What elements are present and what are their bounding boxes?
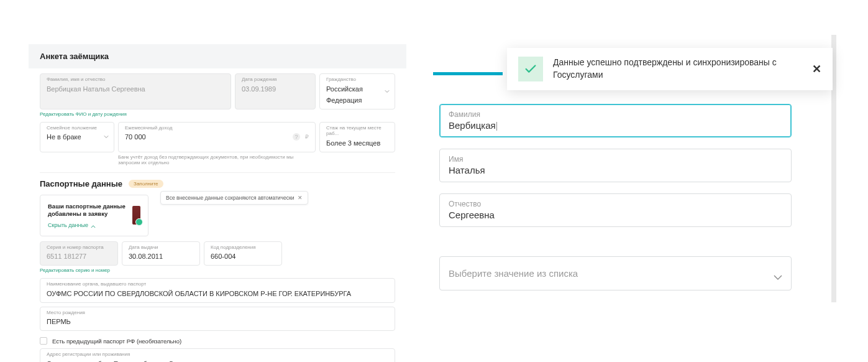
dept-code-field[interactable]: Код подразделения 660-004 — [204, 241, 282, 266]
issuer-value: ОУФМС РОССИИ ПО СВЕРДЛОВСКОЙ ОБЛАСТИ В К… — [47, 290, 351, 297]
dob-field: Дата рождения 03.09.1989 — [235, 73, 316, 109]
lastname-value: Вербицкая — [449, 120, 782, 131]
chevron-up-icon — [91, 223, 96, 226]
tenure-value: Более 3 месяцев — [326, 139, 380, 147]
dob-label: Дата рождения — [242, 77, 309, 83]
firstname-value: Наталья — [449, 165, 782, 175]
series-label: Серия и номер паспорта — [47, 244, 111, 251]
chevron-down-icon — [774, 271, 782, 276]
form-header: Анкета заёмщика — [29, 44, 406, 68]
close-icon[interactable]: ✕ — [298, 195, 303, 201]
form-title: Анкета заёмщика — [40, 52, 395, 61]
edit-fio-link[interactable]: Редактировать ФИО и дату рождения — [40, 111, 395, 117]
issuer-field[interactable]: Наименование органа, выдавшего паспорт О… — [40, 278, 395, 303]
chevron-down-icon — [104, 136, 109, 139]
ruble-icon: ₽ — [305, 134, 309, 140]
income-value: 70 000 — [125, 133, 146, 141]
address-label: Адрес регистрации или проживания — [47, 351, 388, 358]
income-hint: Банк учтёт доход без подтверждающих доку… — [118, 154, 395, 166]
passport-section-title: Паспортные данные — [40, 179, 122, 188]
income-label: Ежемесячный доход — [125, 125, 309, 131]
chevron-down-icon — [385, 90, 390, 93]
marital-value: Не в браке — [47, 133, 81, 141]
fullname-value: Вербицкая Наталья Сергеевна — [47, 85, 145, 93]
passport-icon — [132, 206, 140, 225]
tooltip-text: Все внесенные данные сохраняются автомат… — [166, 195, 294, 201]
notification-text: Данные успешно подтверждены и синхронизи… — [553, 57, 802, 81]
citizenship-select[interactable]: Гражданство Российская Федерация — [319, 73, 395, 109]
fullname-field: Фамилия, имя и отчество Вербицкая Наталь… — [40, 73, 231, 109]
success-notification: Данные успешно подтверждены и синхронизи… — [507, 48, 833, 90]
info-icon[interactable]: ? — [293, 133, 300, 141]
checkmark-icon — [518, 57, 543, 81]
address-field[interactable]: Адрес регистрации или проживания Свердло… — [40, 348, 395, 362]
dob-value: 03.09.1989 — [242, 85, 276, 93]
patronymic-field[interactable]: Отчество Сергеевна — [439, 193, 792, 227]
patronymic-value: Сергеевна — [449, 210, 782, 220]
tenure-select[interactable]: Стаж на текущем месте раб... Более 3 мес… — [319, 122, 395, 152]
autosave-tooltip: Все внесенные данные сохраняются автомат… — [160, 191, 308, 205]
issue-date-value: 30.08.2011 — [129, 253, 163, 260]
marital-label: Семейное положение — [47, 125, 107, 131]
citizenship-label: Гражданство — [326, 77, 388, 83]
tenure-label: Стаж на текущем месте раб... — [326, 125, 388, 137]
birthplace-label: Место рождения — [47, 310, 388, 316]
lastname-label: Фамилия — [449, 110, 782, 119]
series-value: 6511 181277 — [47, 253, 86, 260]
passport-series-field: Серия и номер паспорта 6511 181277 — [40, 241, 118, 266]
fullname-label: Фамилия, имя и отчество — [47, 77, 224, 83]
progress-fill — [433, 72, 503, 75]
edit-series-link[interactable]: Редактировать серию и номер — [40, 267, 395, 273]
prev-passport-checkbox[interactable]: Есть предыдущий паспорт РФ (необязательн… — [40, 337, 395, 345]
close-icon[interactable]: ✕ — [812, 62, 821, 76]
lastname-field[interactable]: Фамилия Вербицкая — [439, 104, 792, 137]
issue-date-field[interactable]: Дата выдачи 30.08.2011 — [122, 241, 200, 266]
passport-card-text: Ваши паспортные данные добавлены в заявк… — [48, 203, 132, 218]
birthplace-field[interactable]: Место рождения ПЕРМЬ — [40, 307, 395, 332]
issuer-label: Наименование органа, выдавшего паспорт — [47, 281, 388, 287]
dropdown-select[interactable]: Выберите значение из списка — [439, 256, 792, 290]
fill-tag: Заполните — [129, 180, 163, 188]
citizenship-value: Российская Федерация — [326, 85, 363, 104]
dept-code-value: 660-004 — [211, 253, 235, 260]
prev-passport-label: Есть предыдущий паспорт РФ (необязательн… — [52, 338, 181, 345]
patronymic-label: Отчество — [449, 200, 782, 208]
birthplace-value: ПЕРМЬ — [47, 318, 71, 325]
issue-date-label: Дата выдачи — [129, 244, 193, 251]
select-placeholder: Выберите значение из списка — [449, 268, 578, 279]
income-field[interactable]: Ежемесячный доход 70 000 ? ₽ — [118, 122, 316, 152]
hide-data-link[interactable]: Скрыть данные — [48, 222, 132, 228]
firstname-label: Имя — [449, 155, 782, 164]
dept-code-label: Код подразделения — [211, 244, 275, 251]
marital-select[interactable]: Семейное положение Не в браке — [40, 122, 114, 152]
firstname-field[interactable]: Имя Наталья — [439, 149, 792, 182]
passport-added-card: Ваши паспортные данные добавлены в заявк… — [40, 195, 148, 236]
checkbox-icon[interactable] — [40, 337, 47, 345]
